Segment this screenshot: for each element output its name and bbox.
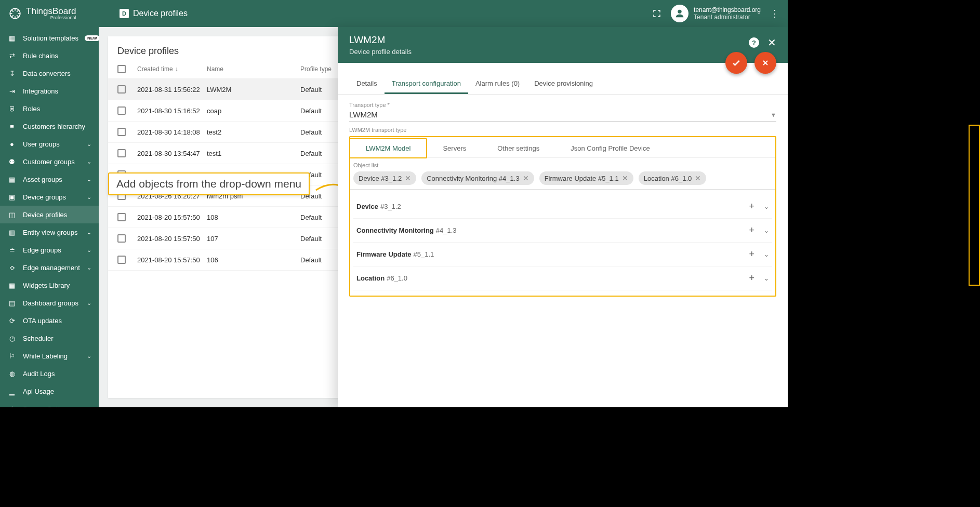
- chip-remove-icon[interactable]: ✕: [523, 174, 529, 182]
- logo[interactable]: ThingsBoard Professional: [8, 7, 99, 20]
- sidebar-item-rule-chains[interactable]: ⇄ Rule chains: [0, 47, 99, 64]
- cancel-button[interactable]: [754, 52, 776, 74]
- fullscreen-icon[interactable]: [652, 9, 661, 18]
- row-checkbox[interactable]: [117, 128, 126, 136]
- sidebar-item-customer-groups[interactable]: ⚉ Customer groups ⌄: [0, 153, 99, 170]
- chevron-down-icon[interactable]: ⌄: [764, 251, 769, 258]
- sidebar-item-ota-updates[interactable]: ⟳ OTA updates: [0, 312, 99, 329]
- lwm2m-panel-highlight: LWM2M ModelServersOther settingsJson Con…: [349, 136, 776, 297]
- chip-label: Connectivity Monitoring #4_1.3: [427, 175, 520, 182]
- sidebar-item-edge-groups[interactable]: ≐ Edge groups ⌄: [0, 241, 99, 259]
- row-checkbox[interactable]: [117, 256, 126, 264]
- device-profiles-icon: D: [120, 9, 129, 18]
- sidebar-icon: ▦: [7, 281, 17, 290]
- cell-name: LWM2M: [207, 86, 300, 94]
- drawer-subtitle: Device profile details: [349, 48, 749, 56]
- sidebar-item-customers-hierarchy[interactable]: ≡ Customers hierarchy: [0, 117, 99, 135]
- cell-name: 106: [207, 256, 300, 264]
- sidebar-item-integrations[interactable]: ⇥ Integrations: [0, 82, 99, 100]
- cell-name: 108: [207, 214, 300, 221]
- sidebar-icon: ⟳: [7, 316, 17, 325]
- sidebar-item-solution-templates[interactable]: ▦ Solution templates NEW: [0, 29, 99, 47]
- drawer-tabs: DetailsTransport configurationAlarm rule…: [338, 74, 788, 95]
- help-icon[interactable]: ?: [749, 37, 759, 48]
- sidebar-item-device-profiles[interactable]: ◫ Device profiles: [0, 206, 99, 223]
- col-time[interactable]: Created time↓: [137, 65, 207, 73]
- sidebar-item-dashboard-groups[interactable]: ▤ Dashboard groups ⌄: [0, 294, 99, 312]
- sidebar-item-scheduler[interactable]: ◷ Scheduler: [0, 329, 99, 347]
- sidebar-item-device-groups[interactable]: ▣ Device groups ⌄: [0, 188, 99, 206]
- add-icon[interactable]: +: [749, 273, 754, 284]
- object-chip[interactable]: Location #6_1.0✕: [639, 171, 707, 185]
- sidebar-label: Roles: [23, 105, 91, 113]
- sidebar-item-entity-view-groups[interactable]: ▥ Entity view groups ⌄: [0, 223, 99, 241]
- sort-down-icon: ↓: [175, 65, 178, 73]
- sidebar-item-api-usage[interactable]: ▁ Api Usage: [0, 382, 99, 400]
- sidebar-item-widgets-library[interactable]: ▦ Widgets Library: [0, 276, 99, 294]
- sidebar-item-roles[interactable]: ⛨ Roles: [0, 100, 99, 117]
- subtab-servers[interactable]: Servers: [427, 139, 482, 157]
- chip-remove-icon[interactable]: ✕: [405, 174, 411, 182]
- topbar: ThingsBoard Professional D Device profil…: [0, 0, 788, 27]
- chevron-down-icon[interactable]: ⌄: [764, 227, 769, 234]
- sidebar-item-data-converters[interactable]: ↧ Data converters: [0, 64, 99, 82]
- sidebar-item-audit-logs[interactable]: ◍ Audit Logs: [0, 365, 99, 382]
- page-title: Device profiles: [133, 9, 188, 18]
- sidebar-icon: ⚉: [7, 157, 17, 166]
- tab-details[interactable]: Details: [349, 74, 385, 94]
- chevron-down-icon[interactable]: ⌄: [764, 275, 769, 282]
- object-rows: Device #3_1.2 + ⌄Connectivity Monitoring…: [350, 195, 775, 290]
- subtab-json-config-profile-device[interactable]: Json Config Profile Device: [555, 139, 665, 157]
- sidebar-item-white-labeling[interactable]: ⚐ White Labeling ⌄: [0, 347, 99, 365]
- sidebar-item-asset-groups[interactable]: ▤ Asset groups ⌄: [0, 170, 99, 188]
- user-email: tenant@thingsboard.org: [694, 6, 761, 14]
- chip-label: Device #3_1.2: [359, 175, 402, 182]
- cell-time: 2021-08-30 14:18:08: [137, 128, 207, 136]
- row-checkbox[interactable]: [117, 234, 126, 243]
- cell-time: 2021-08-20 15:57:50: [137, 256, 207, 264]
- chevron-down-icon[interactable]: ⌄: [764, 203, 769, 210]
- cell-time: 2021-08-31 15:56:22: [137, 86, 207, 94]
- sidebar-icon: ≎: [7, 263, 17, 272]
- sidebar-item-user-groups[interactable]: ● User groups ⌄: [0, 135, 99, 153]
- row-checkbox[interactable]: [117, 213, 126, 221]
- sidebar-icon: ≐: [7, 245, 17, 255]
- object-id: #6_1.0: [387, 274, 407, 282]
- add-icon[interactable]: +: [749, 201, 754, 212]
- tab-device-provisioning[interactable]: Device provisioning: [527, 74, 600, 94]
- add-icon[interactable]: +: [749, 249, 754, 260]
- close-icon[interactable]: ✕: [767, 36, 776, 49]
- add-icon[interactable]: +: [749, 225, 754, 236]
- select-all-checkbox[interactable]: [117, 65, 126, 73]
- col-name[interactable]: Name: [207, 65, 300, 73]
- chip-remove-icon[interactable]: ✕: [622, 174, 628, 182]
- tab-alarm-rules-0-[interactable]: Alarm rules (0): [468, 74, 527, 94]
- object-chip[interactable]: Firmware Update #5_1.1✕: [539, 171, 633, 185]
- apply-button[interactable]: [725, 52, 747, 74]
- sidebar-item-edge-management[interactable]: ≎ Edge management ⌄: [0, 259, 99, 276]
- chevron-down-icon: ⌄: [87, 353, 91, 359]
- subtab-other-settings[interactable]: Other settings: [482, 139, 555, 157]
- row-checkbox[interactable]: [117, 106, 126, 115]
- object-chip[interactable]: Connectivity Monitoring #4_1.3✕: [421, 171, 534, 185]
- chevron-down-icon: ⌄: [87, 264, 91, 271]
- chip-remove-icon[interactable]: ✕: [695, 174, 701, 182]
- sidebar: ▦ Solution templates NEW ⇄ Rule chains ↧…: [0, 27, 99, 407]
- row-checkbox[interactable]: [117, 85, 126, 94]
- row-checkbox[interactable]: [117, 149, 126, 157]
- tab-transport-configuration[interactable]: Transport configuration: [385, 74, 468, 94]
- chevron-down-icon: ▼: [771, 112, 776, 118]
- transport-type-select[interactable]: LWM2M ▼: [349, 108, 776, 122]
- subtab-lwm2m-model[interactable]: LWM2M Model: [349, 138, 427, 158]
- more-icon[interactable]: ⋮: [770, 8, 779, 19]
- cell-name: test1: [207, 150, 300, 157]
- sidebar-icon: ⇄: [7, 51, 17, 60]
- sidebar-label: Solution templates: [23, 34, 78, 42]
- object-row: Location #6_1.0 + ⌄: [353, 266, 772, 290]
- object-chips[interactable]: Device #3_1.2✕Connectivity Monitoring #4…: [350, 171, 775, 190]
- user-menu[interactable]: tenant@thingsboard.org Tenant administra…: [671, 5, 761, 22]
- cell-name: test2: [207, 128, 300, 136]
- object-chip[interactable]: Device #3_1.2✕: [353, 171, 416, 185]
- chevron-down-icon: ⌄: [87, 176, 91, 183]
- sidebar-item-system-settings[interactable]: ✿ System Settings ⌄: [0, 400, 99, 407]
